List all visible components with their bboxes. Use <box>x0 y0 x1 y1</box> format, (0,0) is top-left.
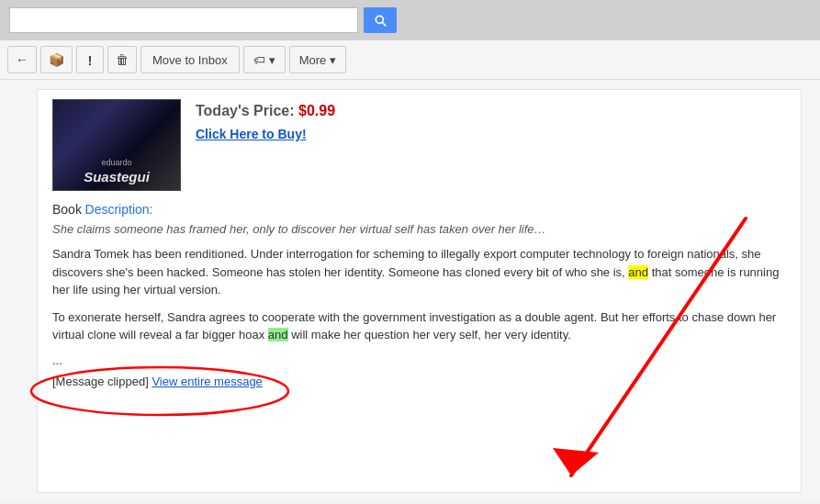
paragraph-1: Sandra Tomek has been renditioned. Under… <box>52 245 786 299</box>
highlight-and-2: and <box>268 328 288 342</box>
spam-icon: ! <box>88 52 93 68</box>
back-button[interactable]: ← <box>7 46 37 73</box>
book-cover: eduardo Suastegui <box>52 99 181 191</box>
archive-button[interactable]: 📦 <box>40 46 73 73</box>
search-button[interactable] <box>364 7 397 33</box>
book-description-label: Book Description: <box>52 202 786 217</box>
svg-marker-2 <box>553 448 599 476</box>
click-here-link[interactable]: Click Here to Buy! <box>196 127 307 141</box>
clipped-row: [Message clipped] View entire message <box>52 375 263 388</box>
price-value: $0.99 <box>298 103 335 118</box>
back-icon: ← <box>16 52 28 67</box>
spam-button[interactable]: ! <box>76 46 104 73</box>
more-button[interactable]: More ▾ <box>289 46 347 73</box>
price-section: Today's Price: $0.99 Click Here to Buy! <box>196 99 335 191</box>
label-icon: 🏷 <box>253 53 265 67</box>
search-bar <box>0 0 820 40</box>
ellipsis: ... <box>52 353 786 367</box>
book-section: eduardo Suastegui Today's Price: $0.99 C… <box>52 99 786 191</box>
price-colon: : <box>289 103 298 118</box>
today-price: Today's Price: $0.99 <box>196 103 335 119</box>
labels-chevron: ▾ <box>269 53 275 67</box>
paragraph-2: To exonerate herself, Sandra agrees to c… <box>52 308 786 344</box>
delete-icon: 🗑 <box>116 52 129 67</box>
email-body: eduardo Suastegui Today's Price: $0.99 C… <box>37 89 802 493</box>
description-word: Description: <box>85 202 153 217</box>
author-label: eduardo <box>101 158 131 167</box>
archive-icon: 📦 <box>49 52 64 67</box>
paragraph-2b-text: will make her question her very self, he… <box>291 328 571 342</box>
labels-button[interactable]: 🏷 ▾ <box>243 46 286 73</box>
toolbar: ← 📦 ! 🗑 Move to Inbox 🏷 ▾ More ▾ <box>0 40 820 80</box>
more-chevron: ▾ <box>330 53 336 67</box>
price-label-text: Today's Price <box>196 103 289 118</box>
highlight-and-1: and <box>628 265 648 279</box>
book-word: Book <box>52 202 82 217</box>
book-title-label: Suastegui <box>84 169 150 185</box>
search-input[interactable] <box>9 7 358 33</box>
content-area: eduardo Suastegui Today's Price: $0.99 C… <box>0 80 820 502</box>
move-to-inbox-button[interactable]: Move to Inbox <box>140 46 240 73</box>
delete-button[interactable]: 🗑 <box>107 46 137 73</box>
circle-annotation <box>27 364 293 419</box>
view-entire-link[interactable]: View entire message <box>152 375 262 388</box>
italic-summary: She claims someone has framed her, only … <box>52 222 786 236</box>
clipped-label: [Message clipped] <box>52 375 149 388</box>
